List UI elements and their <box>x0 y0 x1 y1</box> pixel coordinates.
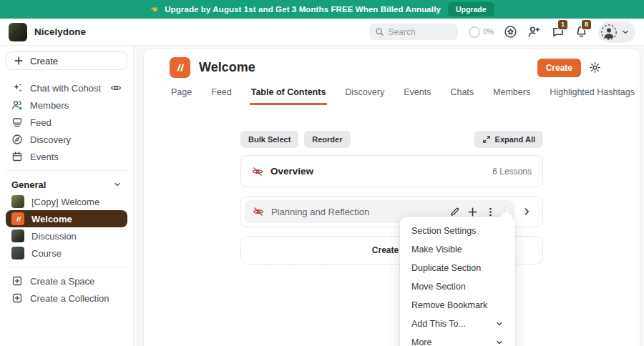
divider <box>6 170 127 171</box>
sidebar-space-discussion[interactable]: Discussion <box>6 227 127 244</box>
space-settings-gear-icon[interactable] <box>589 61 601 74</box>
feed-icon <box>11 117 23 128</box>
expand-icon <box>482 135 491 144</box>
progress-label: 0% <box>484 28 494 36</box>
reorder-button[interactable]: Reorder <box>304 131 350 148</box>
section-lesson-count: 6 Lessons <box>492 167 532 177</box>
sparkle-ai-icon <box>11 82 23 94</box>
banner-text: Upgrade by August 1st and Get 3 Months F… <box>165 5 441 14</box>
sidebar-item-label: Feed <box>30 117 52 128</box>
invite-member-button[interactable] <box>527 25 541 39</box>
chevron-right-icon <box>522 207 532 217</box>
progress-ring-icon <box>468 26 481 39</box>
sidebar-space-course[interactable]: Course <box>6 244 127 262</box>
section-title: Overview <box>270 166 313 177</box>
space-tabs: Page Feed Table of Contents Discovery Ev… <box>144 78 640 105</box>
notifications-button[interactable]: 8 <box>575 25 588 39</box>
space-label: Discussion <box>31 231 77 242</box>
menu-item-make-visible[interactable]: Make Visible <box>400 240 515 259</box>
sidebar-item-label: Members <box>30 100 69 111</box>
rewards-button[interactable] <box>504 25 517 39</box>
compass-icon <box>11 134 23 145</box>
space-panel: Welcome Create Page Feed Table of Conten… <box>143 48 640 346</box>
chevron-down-icon <box>621 28 630 36</box>
chevron-down-icon <box>495 320 504 328</box>
messages-badge: 1 <box>557 19 568 30</box>
space-label: [Copy] Welcome <box>31 197 99 207</box>
sidebar-item-events[interactable]: Events <box>6 148 127 165</box>
search-box[interactable] <box>369 24 458 40</box>
plus-icon <box>467 207 478 217</box>
menu-item-remove-bookmark[interactable]: Remove Bookmark <box>400 296 515 315</box>
upgrade-button[interactable]: Upgrade <box>448 2 494 16</box>
tab-events[interactable]: Events <box>402 87 432 105</box>
space-thumbnail <box>11 195 24 208</box>
sidebar-space-copy-welcome[interactable]: [Copy] Welcome <box>6 193 127 210</box>
sidebar: Create Chat with Cohost Members Feed Dis… <box>0 46 134 346</box>
chevron-down-icon <box>495 338 504 346</box>
section-options-menu: Section Settings Make Visible Duplicate … <box>400 217 515 346</box>
sidebar-item-members[interactable]: Members <box>6 97 127 114</box>
expand-all-button[interactable]: Expand All <box>474 131 543 148</box>
tab-members[interactable]: Members <box>492 87 532 105</box>
sidebar-item-feed[interactable]: Feed <box>6 114 127 131</box>
visibility-eye-icon[interactable] <box>110 82 122 94</box>
sidebar-item-chat-with-cohost[interactable]: Chat with Cohost <box>6 79 127 97</box>
community-logo[interactable] <box>9 23 27 41</box>
create-button[interactable]: Create <box>537 59 581 77</box>
hidden-eye-off-icon <box>252 166 263 177</box>
section-label: General <box>11 179 46 190</box>
tab-feed[interactable]: Feed <box>210 87 233 105</box>
main-area: Welcome Create Page Feed Table of Conten… <box>134 46 644 346</box>
sidebar-item-label: Discovery <box>30 134 71 145</box>
space-label: Welcome <box>31 214 72 224</box>
menu-item-add-this-to[interactable]: Add This To... <box>400 315 515 333</box>
tab-discovery[interactable]: Discovery <box>343 87 386 105</box>
menu-item-more[interactable]: More <box>400 333 515 346</box>
menu-item-duplicate-section[interactable]: Duplicate Section <box>400 259 515 277</box>
sidebar-create-a-collection[interactable]: Create a Collection <box>6 290 127 307</box>
messages-button[interactable]: 1 <box>551 25 565 39</box>
sidebar-create-button[interactable]: Create <box>6 51 127 70</box>
sidebar-item-label: Events <box>30 152 59 162</box>
plus-icon <box>14 56 24 66</box>
welcome-space-icon <box>11 212 24 225</box>
calendar-icon <box>11 151 23 162</box>
chevron-down-icon <box>113 180 122 189</box>
tab-table-of-contents[interactable]: Table of Contents <box>250 87 328 105</box>
toc-toolbar: Bulk Select Reorder Expand All <box>240 131 543 148</box>
sidebar-item-label: Create a Space <box>30 276 94 287</box>
pencil-icon <box>449 207 460 217</box>
space-label: Course <box>31 248 62 259</box>
section-title: Planning and Reflection <box>271 207 369 217</box>
section-row-overview[interactable]: Overview 6 Lessons <box>240 155 543 187</box>
pointing-hand-icon: ☚ <box>150 5 157 14</box>
plus-square-icon <box>11 275 23 287</box>
kebab-menu-icon <box>485 207 496 217</box>
star-circle-icon <box>504 25 517 39</box>
menu-item-move-section[interactable]: Move Section <box>400 277 515 296</box>
tab-chats[interactable]: Chats <box>449 87 475 105</box>
search-input[interactable] <box>389 27 446 37</box>
space-thumbnail <box>11 229 24 242</box>
expand-section-button[interactable] <box>514 207 539 217</box>
sidebar-item-discovery[interactable]: Discovery <box>6 131 127 148</box>
sidebar-space-welcome[interactable]: Welcome <box>6 210 127 227</box>
bulk-select-button[interactable]: Bulk Select <box>240 131 298 148</box>
tab-page[interactable]: Page <box>170 87 193 105</box>
members-icon <box>11 99 23 111</box>
sidebar-item-label: Create a Collection <box>30 293 109 304</box>
menu-item-section-settings[interactable]: Section Settings <box>400 222 515 240</box>
space-logo <box>170 57 190 78</box>
space-thumbnail <box>11 247 24 260</box>
progress-indicator[interactable]: 0% <box>468 26 494 39</box>
tab-highlighted-hashtags[interactable]: Highlighted Hashtags <box>548 87 636 105</box>
search-icon <box>375 27 384 36</box>
user-menu[interactable] <box>598 21 635 43</box>
upgrade-banner: ☚ Upgrade by August 1st and Get 3 Months… <box>0 0 644 19</box>
community-name: Nicelydone <box>34 26 86 37</box>
sidebar-section-general[interactable]: General <box>6 176 127 193</box>
sidebar-item-label: Chat with Cohost <box>30 83 101 94</box>
plus-square-icon <box>11 292 23 304</box>
sidebar-create-a-space[interactable]: Create a Space <box>6 272 127 290</box>
